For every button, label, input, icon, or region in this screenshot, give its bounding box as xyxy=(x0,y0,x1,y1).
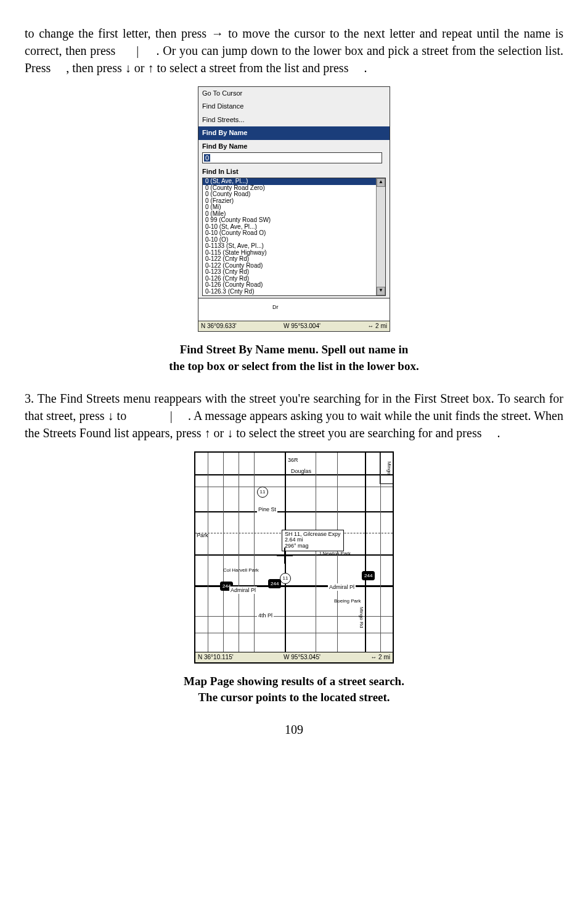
list-item[interactable]: 0 (Frazier) xyxy=(203,198,385,205)
hwy-11-shield-icon: 11 xyxy=(280,573,291,584)
paragraph-2: 3. The Find Streets menu reappears with … xyxy=(25,390,563,442)
map-cursor-icon xyxy=(282,553,288,559)
road xyxy=(195,487,393,487)
hwy-11-shield-icon: 11 xyxy=(257,487,268,498)
find-by-name-section: Find By Name 0 xyxy=(198,140,390,165)
map-label-park: Park xyxy=(197,532,208,540)
menu-item-goto-cursor: Go To Cursor xyxy=(202,89,242,97)
mini-map-label: Dr xyxy=(272,303,279,311)
map-label-pine-st: Pine St xyxy=(257,506,277,514)
street-list[interactable]: 0 (St, Ave, Pl...) 0 (County Road Zero) … xyxy=(202,178,386,296)
map-label-admiral-pl: Admiral Pl xyxy=(328,583,356,591)
map-page-screenshot: Mingo 36R Douglas Pine St Park 11 11 SH … xyxy=(194,451,394,664)
caption-line: Map Page showing results of a street sea… xyxy=(184,675,404,688)
status-lat: N 36°10.115' xyxy=(198,653,234,662)
status-lat: N 36°09.633' xyxy=(201,322,237,331)
hwy-244-shield-icon: 244 xyxy=(268,579,281,588)
status-distance: 2 mi xyxy=(378,654,390,660)
street-info-callout: SH 11, Gilcrease Expy 2.64 mi 296° mag xyxy=(282,530,344,552)
map-label-mingo-rd: Mingo Rd xyxy=(358,607,365,628)
find-by-name-screenshot: Go To Cursor Find Distance Find Streets.… xyxy=(198,86,390,332)
road xyxy=(316,453,316,662)
road xyxy=(195,633,393,633)
list-item[interactable]: 0 (Mi) xyxy=(203,204,385,211)
menu-item-find-streets: Find Streets... xyxy=(202,116,244,123)
find-by-name-label: Find By Name xyxy=(202,142,386,151)
map-status-bar: N 36°10.115' W 95°53.045' ↔ 2 mi xyxy=(195,652,393,662)
map-label-admiral-pl: Admiral Pl xyxy=(229,586,257,594)
map-label-harvell-park: Col Harvell Park xyxy=(223,567,259,574)
figure-2-caption: Map Page showing results of a street sea… xyxy=(25,673,563,706)
distance-icon: ↔ xyxy=(370,654,377,660)
road xyxy=(254,453,255,662)
list-scrollbar[interactable]: ▲ ▼ xyxy=(376,178,385,295)
caption-line: the top box or select from the list in t… xyxy=(169,360,419,372)
map-label-newton-park: J.Newton Park xyxy=(319,550,351,557)
page-number: 109 xyxy=(25,721,563,738)
road xyxy=(223,453,224,662)
input-cursor-char: 0 xyxy=(204,154,210,162)
road xyxy=(380,453,381,662)
status-distance: 2 mi xyxy=(375,323,387,329)
paragraph-1: to change the first letter, then press →… xyxy=(25,25,563,76)
figure-1-caption: Find Street By Name menu. Spell out name… xyxy=(25,342,563,374)
road xyxy=(208,453,208,662)
road xyxy=(337,453,338,662)
status-lon: W 95°53.045' xyxy=(284,653,321,662)
info-bearing: 296° mag xyxy=(285,543,341,549)
list-item[interactable]: 0-10 (County Road O) xyxy=(203,230,385,237)
find-in-list-section: Find In List 0 (St, Ave, Pl...) 0 (Count… xyxy=(198,165,390,298)
map-label-boeing-park: Boeing Park xyxy=(334,598,361,604)
scroll-down-arrow-icon[interactable]: ▼ xyxy=(377,287,385,295)
find-in-list-label: Find In List xyxy=(202,167,386,176)
road xyxy=(239,453,239,662)
road xyxy=(195,511,393,512)
popup-menu: Go To Cursor Find Distance Find Streets.… xyxy=(198,87,390,126)
dialog-title-bar: Find By Name xyxy=(198,126,390,139)
mini-map-strip: Dr xyxy=(198,298,390,321)
caption-line: Find Street By Name menu. Spell out name… xyxy=(180,343,409,356)
road xyxy=(195,554,393,556)
status-lon: W 95°53.004' xyxy=(284,322,321,331)
menu-item-find-distance: Find Distance xyxy=(202,102,243,110)
hwy-244-shield-icon: 244 xyxy=(362,571,375,580)
map-label-4th-pl: 4th Pl xyxy=(257,612,274,620)
list-item[interactable]: 0-126.3 (Cnty Rd) xyxy=(203,289,385,295)
caption-line: The cursor points to the located street. xyxy=(198,691,390,704)
map-label-douglas: Douglas xyxy=(291,467,311,475)
status-bar: N 36°09.633' W 95°53.004' ↔ 2 mi xyxy=(198,321,390,331)
scroll-up-arrow-icon[interactable]: ▲ xyxy=(377,178,385,187)
map-label-36r: 36R xyxy=(288,456,298,464)
distance-icon: ↔ xyxy=(367,323,374,329)
scale-indicator: Mingo xyxy=(380,453,393,484)
road xyxy=(365,453,366,662)
name-input[interactable]: 0 xyxy=(202,152,382,163)
